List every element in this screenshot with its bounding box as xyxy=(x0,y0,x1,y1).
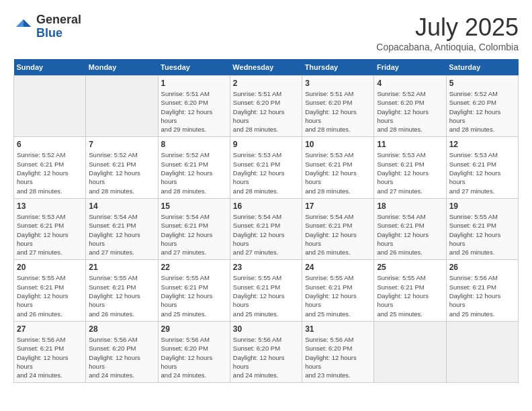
day-number: 12 xyxy=(449,140,515,149)
day-number: 22 xyxy=(161,263,227,272)
day-info: Sunrise: 5:55 AMSunset: 6:21 PMDaylight:… xyxy=(305,273,371,318)
day-number: 26 xyxy=(449,263,515,272)
logo-blue-text: Blue xyxy=(36,27,81,40)
calendar-week-row: 20Sunrise: 5:55 AMSunset: 6:21 PMDayligh… xyxy=(14,260,519,321)
day-number: 9 xyxy=(233,140,299,149)
calendar-cell: 26Sunrise: 5:56 AMSunset: 6:21 PMDayligh… xyxy=(446,260,518,321)
logo: General Blue xyxy=(13,13,81,40)
day-number: 3 xyxy=(305,79,371,88)
calendar-cell: 19Sunrise: 5:55 AMSunset: 6:21 PMDayligh… xyxy=(446,198,518,259)
day-info: Sunrise: 5:53 AMSunset: 6:21 PMDaylight:… xyxy=(233,150,299,195)
logo-text: General Blue xyxy=(36,13,81,40)
day-info: Sunrise: 5:53 AMSunset: 6:21 PMDaylight:… xyxy=(305,150,371,195)
day-number: 27 xyxy=(17,324,83,334)
calendar-body: 1Sunrise: 5:51 AMSunset: 6:20 PMDaylight… xyxy=(14,76,519,383)
day-number: 25 xyxy=(377,263,443,272)
calendar-cell: 27Sunrise: 5:56 AMSunset: 6:21 PMDayligh… xyxy=(14,321,86,382)
calendar-cell: 14Sunrise: 5:54 AMSunset: 6:21 PMDayligh… xyxy=(86,198,158,259)
calendar-week-row: 27Sunrise: 5:56 AMSunset: 6:21 PMDayligh… xyxy=(14,321,519,382)
day-number: 18 xyxy=(377,201,443,211)
title-block: July 2025 Copacabana, Antioquia, Colombi… xyxy=(376,13,519,52)
calendar-cell: 20Sunrise: 5:55 AMSunset: 6:21 PMDayligh… xyxy=(14,260,86,321)
day-info: Sunrise: 5:56 AMSunset: 6:20 PMDaylight:… xyxy=(161,335,227,379)
day-number: 10 xyxy=(305,140,371,149)
day-info: Sunrise: 5:54 AMSunset: 6:21 PMDaylight:… xyxy=(377,212,443,257)
day-info: Sunrise: 5:55 AMSunset: 6:21 PMDaylight:… xyxy=(233,273,299,318)
day-info: Sunrise: 5:52 AMSunset: 6:21 PMDaylight:… xyxy=(161,150,227,195)
calendar-week-row: 1Sunrise: 5:51 AMSunset: 6:20 PMDaylight… xyxy=(14,76,519,137)
calendar-cell: 3Sunrise: 5:51 AMSunset: 6:20 PMDaylight… xyxy=(302,76,374,137)
day-info: Sunrise: 5:56 AMSunset: 6:20 PMDaylight:… xyxy=(305,335,371,379)
day-number: 30 xyxy=(233,324,299,334)
day-number: 1 xyxy=(161,79,227,88)
svg-marker-1 xyxy=(16,19,24,27)
day-info: Sunrise: 5:51 AMSunset: 6:20 PMDaylight:… xyxy=(233,89,299,134)
day-info: Sunrise: 5:53 AMSunset: 6:21 PMDaylight:… xyxy=(377,150,443,195)
day-number: 11 xyxy=(377,140,443,149)
calendar-cell: 6Sunrise: 5:52 AMSunset: 6:21 PMDaylight… xyxy=(14,137,86,198)
day-info: Sunrise: 5:52 AMSunset: 6:21 PMDaylight:… xyxy=(89,150,154,195)
day-info: Sunrise: 5:52 AMSunset: 6:20 PMDaylight:… xyxy=(449,89,515,134)
day-info: Sunrise: 5:55 AMSunset: 6:21 PMDaylight:… xyxy=(377,273,443,318)
weekday-header: Thursday xyxy=(302,59,374,76)
day-info: Sunrise: 5:56 AMSunset: 6:21 PMDaylight:… xyxy=(17,335,83,379)
day-number: 17 xyxy=(305,201,371,211)
day-number: 24 xyxy=(305,263,371,272)
calendar-cell: 23Sunrise: 5:55 AMSunset: 6:21 PMDayligh… xyxy=(230,260,302,321)
weekday-header: Sunday xyxy=(14,59,86,76)
calendar-cell: 7Sunrise: 5:52 AMSunset: 6:21 PMDaylight… xyxy=(86,137,158,198)
calendar-cell: 8Sunrise: 5:52 AMSunset: 6:21 PMDaylight… xyxy=(158,137,230,198)
day-info: Sunrise: 5:53 AMSunset: 6:21 PMDaylight:… xyxy=(17,212,83,257)
logo-general-text: General xyxy=(36,13,81,27)
calendar-cell: 9Sunrise: 5:53 AMSunset: 6:21 PMDaylight… xyxy=(230,137,302,198)
calendar-cell: 18Sunrise: 5:54 AMSunset: 6:21 PMDayligh… xyxy=(374,198,446,259)
day-number: 5 xyxy=(449,79,515,88)
calendar-cell: 30Sunrise: 5:56 AMSunset: 6:20 PMDayligh… xyxy=(230,321,302,382)
calendar-cell: 25Sunrise: 5:55 AMSunset: 6:21 PMDayligh… xyxy=(374,260,446,321)
day-info: Sunrise: 5:54 AMSunset: 6:21 PMDaylight:… xyxy=(233,212,299,257)
weekday-header: Tuesday xyxy=(158,59,230,76)
calendar-cell: 12Sunrise: 5:53 AMSunset: 6:21 PMDayligh… xyxy=(446,137,518,198)
day-number: 28 xyxy=(89,324,154,334)
day-info: Sunrise: 5:53 AMSunset: 6:21 PMDaylight:… xyxy=(449,150,515,195)
calendar-cell: 24Sunrise: 5:55 AMSunset: 6:21 PMDayligh… xyxy=(302,260,374,321)
calendar-cell: 13Sunrise: 5:53 AMSunset: 6:21 PMDayligh… xyxy=(14,198,86,259)
day-number: 21 xyxy=(89,263,154,272)
day-number: 16 xyxy=(233,201,299,211)
day-info: Sunrise: 5:56 AMSunset: 6:21 PMDaylight:… xyxy=(449,273,515,318)
day-info: Sunrise: 5:54 AMSunset: 6:21 PMDaylight:… xyxy=(305,212,371,257)
day-number: 15 xyxy=(161,201,227,211)
calendar-week-row: 6Sunrise: 5:52 AMSunset: 6:21 PMDaylight… xyxy=(14,137,519,198)
calendar-cell: 5Sunrise: 5:52 AMSunset: 6:20 PMDaylight… xyxy=(446,76,518,137)
calendar-table: SundayMondayTuesdayWednesdayThursdayFrid… xyxy=(13,59,519,383)
calendar-cell: 2Sunrise: 5:51 AMSunset: 6:20 PMDaylight… xyxy=(230,76,302,137)
day-info: Sunrise: 5:54 AMSunset: 6:21 PMDaylight:… xyxy=(161,212,227,257)
calendar-cell: 10Sunrise: 5:53 AMSunset: 6:21 PMDayligh… xyxy=(302,137,374,198)
month-title: July 2025 xyxy=(376,13,519,42)
day-number: 19 xyxy=(449,201,515,211)
calendar-cell xyxy=(86,76,158,137)
calendar-cell: 4Sunrise: 5:52 AMSunset: 6:20 PMDaylight… xyxy=(374,76,446,137)
day-number: 7 xyxy=(89,140,154,149)
calendar-cell: 21Sunrise: 5:55 AMSunset: 6:21 PMDayligh… xyxy=(86,260,158,321)
calendar-cell xyxy=(14,76,86,137)
calendar-cell: 29Sunrise: 5:56 AMSunset: 6:20 PMDayligh… xyxy=(158,321,230,382)
page-header: General Blue July 2025 Copacabana, Antio… xyxy=(13,13,519,52)
day-number: 13 xyxy=(17,201,83,211)
day-number: 14 xyxy=(89,201,154,211)
logo-icon xyxy=(13,17,34,37)
calendar-cell: 17Sunrise: 5:54 AMSunset: 6:21 PMDayligh… xyxy=(302,198,374,259)
calendar-cell: 31Sunrise: 5:56 AMSunset: 6:20 PMDayligh… xyxy=(302,321,374,382)
day-number: 6 xyxy=(17,140,83,149)
day-info: Sunrise: 5:55 AMSunset: 6:21 PMDaylight:… xyxy=(89,273,154,318)
day-info: Sunrise: 5:52 AMSunset: 6:21 PMDaylight:… xyxy=(17,150,83,195)
calendar-cell: 28Sunrise: 5:56 AMSunset: 6:20 PMDayligh… xyxy=(86,321,158,382)
day-number: 2 xyxy=(233,79,299,88)
day-number: 23 xyxy=(233,263,299,272)
weekday-header: Wednesday xyxy=(230,59,302,76)
day-number: 4 xyxy=(377,79,443,88)
calendar-week-row: 13Sunrise: 5:53 AMSunset: 6:21 PMDayligh… xyxy=(14,198,519,259)
calendar-cell: 16Sunrise: 5:54 AMSunset: 6:21 PMDayligh… xyxy=(230,198,302,259)
calendar-cell xyxy=(446,321,518,382)
weekday-header: Saturday xyxy=(446,59,518,76)
